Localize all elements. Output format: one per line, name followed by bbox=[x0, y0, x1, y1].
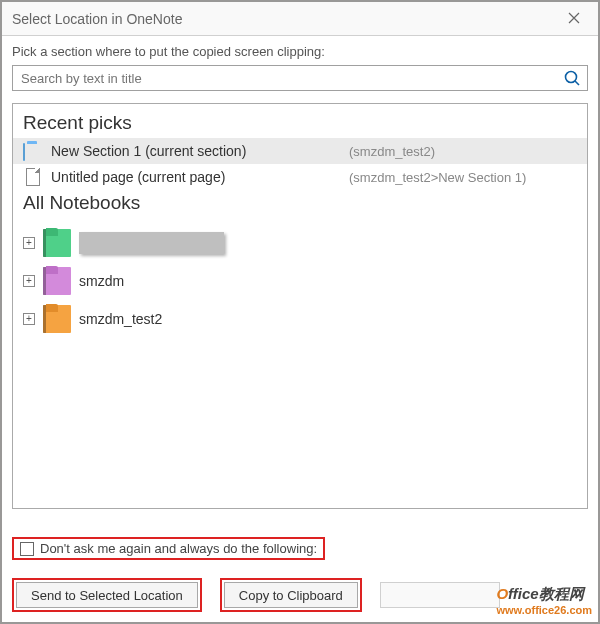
instruction-text: Pick a section where to put the copied s… bbox=[12, 44, 588, 59]
checkbox-label: Don't ask me again and always do the fol… bbox=[40, 541, 317, 556]
expand-icon[interactable]: + bbox=[23, 237, 35, 249]
watermark: Office教程网 www.office26.com bbox=[496, 585, 592, 616]
watermark-text: ffice教程网 bbox=[508, 585, 584, 602]
expand-icon[interactable]: + bbox=[23, 275, 35, 287]
notebook-name-redacted bbox=[79, 232, 224, 254]
dialog-window: Select Location in OneNote Pick a sectio… bbox=[0, 0, 600, 624]
section-icon bbox=[23, 144, 43, 158]
dialog-content: Pick a section where to put the copied s… bbox=[2, 36, 598, 509]
copy-button[interactable]: Copy to Clipboard bbox=[224, 582, 358, 608]
svg-point-0 bbox=[566, 72, 577, 83]
checkbox[interactable] bbox=[20, 542, 34, 556]
recent-item[interactable]: New Section 1 (current section) (smzdm_t… bbox=[13, 138, 587, 164]
notebook-name: smzdm bbox=[79, 273, 124, 289]
location-panel: Recent picks New Section 1 (current sect… bbox=[12, 103, 588, 509]
expand-icon[interactable]: + bbox=[23, 313, 35, 325]
close-icon[interactable] bbox=[560, 6, 588, 32]
notebook-tree: + + smzdm + smzdm_test2 bbox=[13, 218, 587, 338]
search-input[interactable] bbox=[13, 71, 557, 86]
notebook-name: smzdm_test2 bbox=[79, 311, 162, 327]
notebook-icon bbox=[43, 267, 71, 295]
notebook-item[interactable]: + bbox=[13, 224, 587, 262]
watermark-url: www.office26.com bbox=[496, 604, 592, 616]
page-icon bbox=[23, 168, 43, 186]
highlight-box: Send to Selected Location bbox=[12, 578, 202, 612]
recent-item-path: (smzdm_test2>New Section 1) bbox=[349, 170, 526, 185]
watermark-o: O bbox=[496, 585, 508, 602]
search-box[interactable] bbox=[12, 65, 588, 91]
highlight-box: Copy to Clipboard bbox=[220, 578, 362, 612]
send-button[interactable]: Send to Selected Location bbox=[16, 582, 198, 608]
notebook-item[interactable]: + smzdm bbox=[13, 262, 587, 300]
recent-item[interactable]: Untitled page (current page) (smzdm_test… bbox=[13, 164, 587, 190]
window-title: Select Location in OneNote bbox=[12, 11, 560, 27]
all-notebooks-header: All Notebooks bbox=[13, 190, 587, 218]
notebook-icon bbox=[43, 229, 71, 257]
recent-item-name: Untitled page (current page) bbox=[51, 169, 341, 185]
dont-ask-again-row[interactable]: Don't ask me again and always do the fol… bbox=[12, 537, 325, 560]
titlebar: Select Location in OneNote bbox=[2, 2, 598, 36]
recent-item-name: New Section 1 (current section) bbox=[51, 143, 341, 159]
notebook-icon bbox=[43, 305, 71, 333]
recent-picks-header: Recent picks bbox=[13, 110, 587, 138]
recent-item-path: (smzdm_test2) bbox=[349, 144, 435, 159]
search-icon[interactable] bbox=[557, 69, 587, 87]
notebook-item[interactable]: + smzdm_test2 bbox=[13, 300, 587, 338]
disabled-button bbox=[380, 582, 500, 608]
svg-line-1 bbox=[575, 81, 579, 85]
